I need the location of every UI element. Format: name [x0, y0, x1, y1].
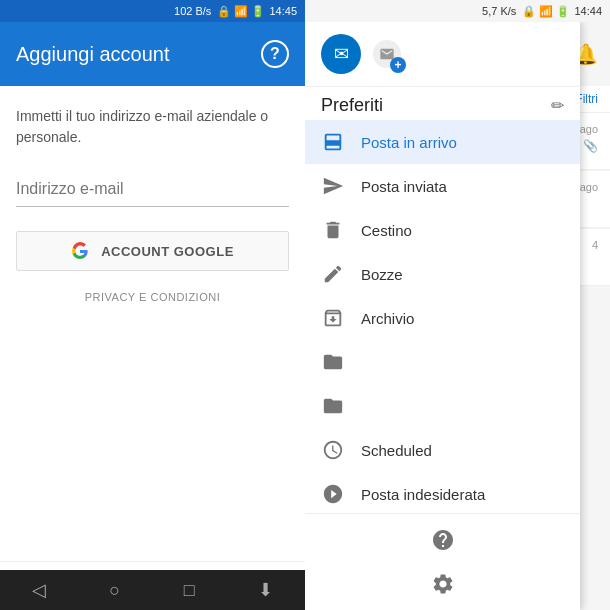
sidebar-item-archive[interactable]: Archivio [305, 296, 580, 340]
left-status-info: 102 B/s [174, 5, 211, 17]
status-bar-left: 102 B/s 🔒 📶 🔋 14:45 [0, 0, 305, 22]
nav-square-left[interactable]: □ [184, 580, 195, 601]
sidebar-item-inbox-label: Posta in arrivo [361, 134, 457, 151]
google-button-label: ACCOUNT GOOGLE [101, 244, 234, 259]
sidebar-item-drafts-label: Bozze [361, 266, 403, 283]
sidebar-add-account[interactable]: + [371, 38, 403, 70]
sidebar-bottom [305, 513, 580, 610]
google-icon [71, 242, 89, 260]
junk-icon [321, 483, 345, 505]
add-plus-icon[interactable]: + [390, 57, 406, 73]
status-bar-right: 5,7 K/s 🔒 📶 🔋 14:44 [305, 0, 610, 22]
attachment-icon: 📎 [583, 139, 598, 153]
sidebar-item-folder1[interactable] [305, 340, 580, 384]
edit-icon[interactable]: ✏ [551, 96, 564, 115]
nav-down-left[interactable]: ⬇ [258, 579, 273, 601]
help-bottom-button[interactable] [321, 522, 564, 558]
left-header: Aggiungi account ? [0, 22, 305, 86]
left-content: Immetti il tuo indirizzo e-mail aziendal… [0, 86, 305, 561]
email-input-container[interactable] [16, 172, 289, 207]
trash-icon [321, 219, 345, 241]
help-button[interactable]: ? [261, 40, 289, 68]
sidebar-item-inbox[interactable]: Posta in arrivo [305, 120, 580, 164]
sidebar-item-sent-label: Posta inviata [361, 178, 447, 195]
sidebar-section-header: Preferiti ✏ [305, 87, 580, 120]
sidebar-item-sent[interactable]: Posta inviata [305, 164, 580, 208]
sidebar-item-folder2[interactable] [305, 384, 580, 428]
sidebar-item-trash-label: Cestino [361, 222, 412, 239]
sidebar-outlook-avatar[interactable]: ✉ [321, 34, 361, 74]
left-status-icons: 🔒 📶 🔋 [217, 5, 265, 18]
sidebar-item-scheduled[interactable]: Scheduled [305, 428, 580, 472]
sidebar-menu: Posta in arrivo Posta inviata Cestino [305, 120, 580, 513]
subtitle-text: Immetti il tuo indirizzo e-mail aziendal… [16, 106, 289, 148]
left-panel: Aggiungi account ? Immetti il tuo indiri… [0, 22, 305, 610]
sidebar-overlay: ✉ + Preferiti ✏ [305, 22, 580, 610]
sidebar-item-scheduled-label: Scheduled [361, 442, 432, 459]
page-title: Aggiungi account [16, 43, 169, 66]
sidebar-avatar-container: ✉ [321, 34, 361, 74]
nav-home-left[interactable]: ○ [109, 580, 120, 601]
clock-icon [321, 439, 345, 461]
inbox-icon [321, 131, 345, 153]
nav-back-left[interactable]: ◁ [32, 579, 46, 601]
sidebar-account-row: ✉ + [305, 22, 580, 87]
sidebar-item-archive-label: Archivio [361, 310, 414, 327]
sidebar-item-junk[interactable]: Posta indesiderata [305, 472, 580, 513]
sent-icon [321, 175, 345, 197]
right-status-info: 5,7 K/s [482, 5, 516, 17]
google-account-button[interactable]: ACCOUNT GOOGLE [16, 231, 289, 271]
right-status-time: 14:44 [574, 5, 602, 17]
archive-icon [321, 307, 345, 329]
folder1-icon [321, 351, 345, 373]
drafts-icon [321, 263, 345, 285]
email-input[interactable] [16, 180, 289, 198]
main-container: Aggiungi account ? Immetti il tuo indiri… [0, 0, 610, 610]
folder2-icon [321, 395, 345, 417]
sidebar-item-drafts[interactable]: Bozze [305, 252, 580, 296]
sidebar-outlook-icon: ✉ [334, 43, 349, 65]
privacy-label[interactable]: PRIVACY E CONDIZIONI [16, 291, 289, 303]
settings-bottom-button[interactable] [321, 566, 564, 602]
left-status-time: 14:45 [269, 5, 297, 17]
right-status-icons: 🔒 📶 🔋 [522, 5, 570, 18]
sidebar-item-junk-label: Posta indesiderata [361, 486, 485, 503]
right-panel: ✉ Outlook hotmail.com 🔔 Filtri a ago ag [305, 22, 610, 610]
sidebar-item-trash[interactable]: Cestino [305, 208, 580, 252]
sidebar-section-title: Preferiti [321, 95, 383, 116]
